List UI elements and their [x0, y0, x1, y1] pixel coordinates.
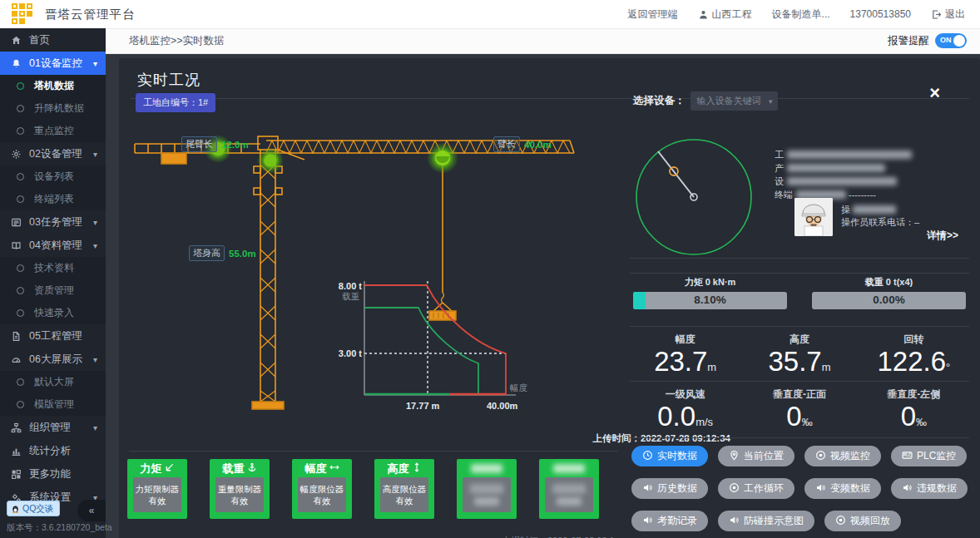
button-历史数据[interactable]: 历史数据 — [631, 478, 708, 499]
button-防碰撞示意图[interactable]: 防碰撞示意图 — [718, 511, 814, 531]
button-变频数据[interactable]: 变频数据 — [804, 478, 881, 499]
sidebar-item[interactable]: 更多功能 — [0, 462, 106, 486]
device-select-label: 选择设备： — [633, 94, 686, 108]
sidebar-item[interactable]: 01设备监控▾ — [0, 52, 106, 75]
sidebar-item[interactable]: 首页 — [0, 28, 106, 52]
anchor-icon — [247, 462, 257, 475]
button-PLC监控[interactable]: PLCPLC监控 — [891, 446, 967, 466]
button-label: 视频回放 — [850, 514, 890, 528]
alarm-toggle[interactable]: ON — [935, 33, 967, 48]
header-nav-item[interactable]: 返回管理端 — [628, 7, 678, 22]
home-icon — [11, 35, 22, 46]
limiter-title — [471, 461, 502, 476]
limiter-status-box: 幅度幅度限位器有效 — [292, 459, 352, 519]
button-工作循环[interactable]: 工作循环 — [718, 478, 794, 499]
sidebar-item[interactable]: 统计分析 — [0, 439, 106, 462]
sidebar-item[interactable]: 05工程管理 — [0, 324, 106, 348]
button-违规数据[interactable]: 违规数据 — [891, 478, 968, 499]
speaker-icon — [642, 515, 653, 528]
sidebar-item[interactable]: 04资料管理▾ — [0, 234, 106, 257]
limiter-status-box: 力矩力矩限制器有效 — [127, 459, 187, 519]
bullet-icon — [17, 378, 24, 386]
bullet-icon — [17, 401, 24, 408]
metric-unit: m — [822, 361, 831, 373]
button-label: PLC监控 — [917, 449, 956, 463]
report-time-partial: 上报时间：2022-07-28 09:1 — [502, 535, 615, 538]
sidebar-subitem[interactable]: 重点监控 — [0, 120, 106, 142]
details-link[interactable]: 详情>> — [927, 229, 958, 243]
bullet-icon — [17, 195, 24, 203]
doc-icon — [11, 331, 22, 342]
camera-icon — [835, 515, 846, 528]
arrows-h-icon — [329, 462, 339, 475]
sidebar-subitem-label: 升降机数据 — [34, 101, 84, 116]
sidebar-subitem[interactable]: 资质管理 — [0, 279, 106, 302]
button-实时数据[interactable]: 实时数据 — [631, 446, 708, 466]
metric-高度: 高度35.7m — [742, 333, 856, 383]
metric-value: 0.0m/s — [657, 402, 713, 437]
breadcrumb-bar: 塔机监控>>实时数据 报警提醒 ON — [106, 28, 980, 54]
sidebar-subitem-label: 终端列表 — [34, 192, 74, 206]
device-info-line: 设 — [775, 175, 912, 188]
sidebar-subitem[interactable]: 设备列表 — [0, 165, 106, 188]
exit-icon — [931, 9, 942, 20]
limiter-state: 幅度限位器有效 — [298, 477, 346, 512]
qq-chat-button[interactable]: QQ交谈 — [7, 501, 60, 516]
alarm-toggle-state: ON — [940, 36, 952, 44]
button-label: 视频监控 — [830, 449, 870, 463]
sitemap-icon — [11, 422, 22, 433]
metric-value: 23.7m — [654, 347, 716, 383]
sidebar-item-label: 03任务管理 — [29, 215, 82, 230]
chart-ytick-mid: 3.00 t — [329, 348, 362, 358]
header-nav-item[interactable]: 退出 — [931, 7, 965, 22]
sidebar-subitem-label: 技术资料 — [34, 261, 74, 275]
book-icon — [11, 240, 22, 251]
button-视频监控[interactable]: 视频监控 — [804, 446, 881, 466]
gauge-bar: 8.10% — [633, 292, 787, 309]
sidebar-subitem[interactable]: 塔机数据 — [0, 75, 106, 97]
device-select-dropdown[interactable]: 输入设备关键词 ▾ — [690, 91, 778, 111]
close-icon[interactable]: × — [929, 85, 940, 101]
header-nav-item[interactable]: 设备制造单... — [772, 7, 830, 22]
sidebar-item[interactable]: 组织管理▾ — [0, 416, 106, 439]
button-当前位置[interactable]: 当前位置 — [718, 446, 794, 466]
limiter-title: 力矩 — [141, 461, 175, 476]
header-nav-item[interactable]: 山西工程 — [698, 7, 752, 22]
chart-ylabel: 载重 — [342, 291, 359, 303]
sidebar-item[interactable]: 03任务管理▾ — [0, 210, 106, 234]
limiter-state — [463, 477, 511, 512]
sidebar-subitem[interactable]: 快速录入 — [0, 302, 106, 324]
button-label: 防碰撞示意图 — [744, 514, 804, 528]
sidebar-subitem[interactable]: 技术资料 — [0, 257, 106, 279]
metric-unit: ° — [946, 361, 950, 373]
bullet-icon — [17, 264, 24, 272]
header-nav: 返回管理端山西工程设备制造单...13700513850退出 — [628, 7, 965, 22]
sidebar-subitem[interactable]: 升降机数据 — [0, 97, 106, 120]
sidebar: 首页01设备监控▾塔机数据升降机数据重点监控02设备管理▾设备列表终端列表03任… — [0, 28, 106, 538]
header-nav-label: 退出 — [945, 7, 965, 22]
button-视频回放[interactable]: 视频回放 — [824, 511, 901, 531]
button-label: 实时数据 — [657, 449, 697, 463]
chart-ytick-top: 8.00 t — [329, 281, 362, 291]
sidebar-subitem[interactable]: 模版管理 — [0, 393, 106, 416]
sidebar-subitem[interactable]: 终端列表 — [0, 188, 106, 210]
page-title: 实时工况 — [137, 70, 200, 90]
header-nav-item[interactable]: 13700513850 — [850, 8, 911, 20]
button-考勤记录[interactable]: 考勤记录 — [631, 511, 708, 531]
sidebar-collapse-button[interactable]: « — [77, 500, 106, 521]
arrows-v-icon — [412, 462, 422, 475]
sidebar-item[interactable]: 06大屏展示▾ — [0, 348, 106, 371]
pin-icon — [729, 450, 740, 463]
caret-down-icon: ▾ — [93, 150, 97, 159]
sidebar-subitem-label: 快速录入 — [34, 306, 74, 320]
limiter-state — [545, 477, 593, 512]
metric-value: 0‰ — [901, 402, 927, 437]
limiter-status-box-redacted — [539, 459, 599, 519]
sidebar-item[interactable]: 02设备管理▾ — [0, 142, 106, 165]
tower-height-label: 塔身高 55.0m — [189, 245, 256, 261]
sidebar-subitem[interactable]: 默认大屏 — [0, 371, 106, 393]
metric-垂直度-左侧: 垂直度-左侧0‰ — [857, 387, 971, 437]
button-label: 工作循环 — [744, 481, 784, 496]
alarm-toggle-knob — [953, 35, 965, 47]
gauge-bar: 0.00% — [812, 292, 966, 309]
